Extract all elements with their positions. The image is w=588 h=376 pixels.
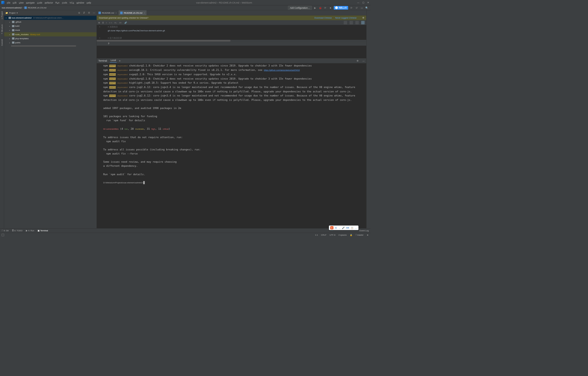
menu-navigate[interactable]: Navigate — [26, 1, 35, 4]
gear-icon[interactable]: ⚙ — [88, 11, 90, 14]
editor-tab[interactable]: README.zh-CN.md× — [119, 10, 147, 15]
editor-surface[interactable]: »# 克隆项目 git clone https://github.com/Pan… — [97, 25, 366, 58]
history-icon[interactable]: ↺ — [355, 6, 359, 10]
avatar-icon[interactable]: ▭ — [360, 6, 364, 10]
close-icon[interactable]: × — [115, 12, 117, 14]
code-git-clone: git clone https://github.com/PanJiaChen/… — [108, 29, 165, 33]
tool-structure[interactable]: 7: Structure — [1, 25, 3, 34]
tree-item-plop-templates[interactable]: ▸plop-templates — [4, 37, 97, 41]
add-configuration-button[interactable]: Add Configuration… — [288, 6, 312, 10]
code-icon[interactable]: < > — [109, 21, 112, 24]
hide-icon[interactable]: — — [93, 11, 95, 14]
preview-view-icon[interactable] — [355, 21, 359, 25]
ime-clip-icon[interactable]: 📋 — [351, 226, 353, 229]
cloud-icon — [335, 6, 338, 9]
ime-lang[interactable]: 英 — [335, 226, 337, 229]
tab-git[interactable]: ᚶ 9: Git — [2, 229, 8, 232]
editor-h-scrollbar[interactable] — [97, 40, 366, 42]
crumb-project[interactable]: vue-element-admin2 — [2, 7, 22, 9]
status-pos[interactable]: 1:1 — [315, 234, 318, 236]
terminal-header: Terminal: Local + ⚙ — — [97, 59, 366, 63]
tool-commit[interactable]: Commit — [1, 39, 3, 46]
search-icon[interactable]: 🔍 — [365, 6, 369, 10]
tab-terminal[interactable]: ▣ Terminal — [38, 229, 48, 232]
tab-todo[interactable]: ≣ 6: TODO — [12, 229, 23, 232]
menu-view[interactable]: View — [19, 1, 23, 4]
maximize-icon[interactable]: ▢ — [362, 1, 364, 4]
status-enc[interactable]: UTF-8 — [329, 234, 335, 236]
banner-gear-icon[interactable]: ⚙ — [362, 17, 364, 19]
status-branch[interactable]: ᚶ master — [356, 234, 364, 236]
terminal-hide-icon[interactable]: — — [363, 60, 365, 62]
menu-tools[interactable]: Tools — [62, 1, 67, 4]
menu-edit[interactable]: Edit — [13, 1, 17, 4]
ime-more-icon[interactable]: … — [355, 226, 357, 229]
status-indent[interactable]: 4 spaces — [338, 234, 347, 236]
target-icon[interactable]: ⊕ — [78, 11, 80, 14]
menu-run[interactable]: Run — [56, 1, 60, 4]
folder-icon — [12, 25, 14, 27]
close-icon[interactable]: ✕ — [367, 1, 369, 4]
editor-tab[interactable]: README.md× — [97, 10, 118, 15]
collapse-icon[interactable]: ⇵ — [83, 11, 85, 14]
titlebar: File Edit View Navigate Code Refactor Ru… — [0, 0, 370, 5]
tree-h-scrollbar[interactable] — [4, 45, 97, 47]
terminal-gear-icon[interactable]: ⚙ — [357, 60, 359, 62]
smiley-icon[interactable]: ☻ — [367, 234, 369, 236]
upload-pill[interactable]: 拖拽上传 — [334, 6, 348, 10]
ime-toolbar[interactable]: S 英 ， 🎤 ⌨ 📋 … — [329, 226, 358, 230]
lock-icon[interactable]: 🔒 — [350, 234, 352, 236]
tree-item-node_modules[interactable]: ▸node_moduleslibrary root — [4, 32, 97, 36]
tree-item-.github[interactable]: ▸.github — [4, 20, 97, 24]
menu-refactor[interactable]: Refactor — [45, 1, 53, 4]
italic-icon[interactable]: I — [106, 21, 107, 24]
project-tree[interactable]: ▾ vue-element-admin2 D:\WebstormProjects… — [4, 16, 97, 228]
layout-view-icon[interactable] — [361, 21, 365, 25]
tree-item-public[interactable]: ▸public — [4, 41, 97, 45]
menu-code[interactable]: Code — [37, 1, 42, 4]
menu-window[interactable]: Window — [76, 1, 84, 4]
banner-never-link[interactable]: Never suggest Chinese — [335, 17, 357, 19]
sidebar-title[interactable]: Project — [9, 12, 16, 14]
tab-run[interactable]: ▶ 4: Run — [26, 229, 34, 232]
tree-root[interactable]: ▾ vue-element-admin2 D:\WebstormProjects… — [4, 16, 97, 20]
right-tool-gutter — [366, 10, 370, 228]
debug-icon[interactable]: 🐞 — [318, 6, 322, 10]
heading-up-icon[interactable]: H↑ — [120, 21, 122, 24]
bold-icon[interactable]: B — [99, 21, 100, 24]
window-title: vue-element-admin2 – README.zh-CN.md – W… — [91, 1, 357, 4]
split-view-icon[interactable] — [350, 21, 353, 25]
coverage-icon[interactable]: ⟳ — [323, 6, 327, 10]
update-icon[interactable]: ⟳ — [350, 6, 353, 10]
tree-item-mock[interactable]: ▸mock — [4, 28, 97, 32]
event-log-link[interactable]: Event Log — [359, 229, 369, 232]
menu-help[interactable]: Help — [87, 1, 91, 4]
ime-mic-icon[interactable]: 🎤 — [342, 226, 345, 229]
folder-icon — [12, 21, 14, 23]
heading-down-icon[interactable]: H↓ — [114, 21, 117, 24]
minimize-icon[interactable]: — — [357, 1, 359, 4]
terminal-tab-local[interactable]: Local — [110, 59, 117, 63]
terminal-output[interactable]: npm WARN deprecated chokidar@2.1.8: Chok… — [97, 63, 366, 228]
editor-area: README.md×README.zh-CN.md× Download gram… — [97, 10, 366, 228]
menu-vcs[interactable]: VCS — [69, 1, 74, 4]
strike-icon[interactable]: S̶ — [102, 21, 104, 24]
editor-view-icon[interactable] — [344, 21, 347, 25]
close-icon[interactable]: × — [144, 12, 145, 14]
run-icon[interactable]: ▶ — [313, 6, 317, 10]
tree-item-build[interactable]: ▸build — [4, 24, 97, 28]
terminal-add-icon[interactable]: + — [119, 59, 121, 62]
chevron-down-icon[interactable]: ▾ — [17, 12, 18, 14]
tool-window-toggle-icon[interactable] — [2, 234, 4, 236]
crumb-file[interactable]: README.zh-CN.md — [28, 7, 46, 9]
ime-kb-icon[interactable]: ⌨ — [346, 226, 349, 229]
tool-project[interactable]: 1: Project — [1, 11, 3, 19]
banner-download-link[interactable]: Download Chinese — [314, 17, 332, 19]
status-eol[interactable]: CRLF — [321, 234, 326, 236]
breadcrumb-path[interactable]: p — [97, 42, 366, 46]
stop-icon[interactable]: ■ — [329, 6, 332, 10]
link-icon[interactable]: 🔗 — [124, 21, 127, 24]
ime-punct[interactable]: ， — [338, 226, 341, 229]
menu-file[interactable]: File — [7, 1, 10, 4]
upload-label: 拖拽上传 — [339, 6, 347, 9]
